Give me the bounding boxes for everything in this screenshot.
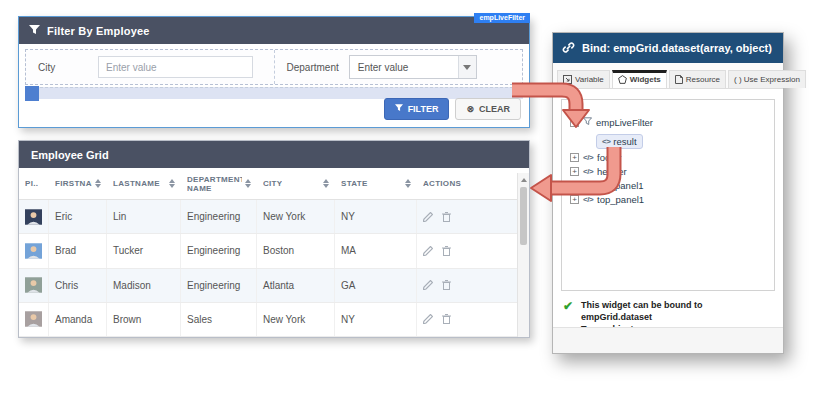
cell-city: New York bbox=[257, 200, 335, 233]
column-header-department[interactable]: DEPARTMENT NAME bbox=[181, 168, 257, 199]
filter-button[interactable]: FILTER bbox=[384, 98, 450, 120]
employee-avatar bbox=[25, 275, 42, 295]
table-body: Eric Lin Engineering New York NY Brad Tu… bbox=[19, 200, 529, 337]
cell-lastname: Madison bbox=[107, 269, 181, 302]
department-field-group: Department Enter value bbox=[275, 50, 523, 84]
cell-department: Engineering bbox=[181, 234, 257, 267]
chevron-down-icon bbox=[458, 56, 476, 78]
tree-item-result[interactable]: <> result bbox=[596, 134, 643, 149]
tab-widgets[interactable]: Widgets bbox=[612, 70, 667, 88]
delete-button[interactable] bbox=[442, 280, 451, 290]
tree-item-result-wrap: <> result bbox=[596, 130, 766, 149]
tree-item-top-panel1[interactable]: + </> top_panel1 bbox=[570, 193, 766, 206]
link-icon bbox=[562, 41, 575, 56]
cell-lastname: Brown bbox=[107, 303, 181, 336]
cell-department: Sales bbox=[181, 303, 257, 336]
delete-button[interactable] bbox=[442, 246, 451, 256]
expand-icon[interactable]: + bbox=[570, 153, 579, 162]
collapse-icon[interactable]: - bbox=[570, 118, 579, 127]
column-header-firstname[interactable]: FIRSTNAME bbox=[49, 168, 107, 199]
tree-item-footer[interactable]: + </> footer bbox=[570, 151, 766, 164]
cell-lastname: Tucker bbox=[107, 234, 181, 267]
cell-lastname: Lin bbox=[107, 200, 181, 233]
filter-fields-row: City Department Enter value bbox=[25, 49, 523, 85]
table-row[interactable]: Brad Tucker Engineering Boston MA bbox=[19, 234, 529, 268]
scrollbar-thumb[interactable] bbox=[520, 187, 527, 245]
filter-panel-header: Filter By Employee bbox=[19, 17, 529, 44]
code-icon: </> bbox=[583, 167, 593, 176]
code-icon: <> bbox=[602, 137, 610, 146]
filter-funnel-icon bbox=[395, 104, 403, 114]
filter-panel-title: Filter By Employee bbox=[47, 25, 150, 37]
cell-state: NY bbox=[335, 303, 417, 336]
cell-city: Boston bbox=[257, 234, 335, 267]
code-icon: </> bbox=[583, 195, 593, 204]
filter-funnel-icon bbox=[29, 25, 40, 37]
cell-city: Atlanta bbox=[257, 269, 335, 302]
edit-button[interactable] bbox=[423, 280, 433, 290]
bind-dialog-title: Bind: empGrid.dataset(array, object) bbox=[582, 42, 772, 54]
bind-dialog: Bind: empGrid.dataset(array, object) Var… bbox=[552, 32, 784, 354]
sort-icon[interactable] bbox=[242, 176, 251, 191]
expand-icon[interactable]: + bbox=[570, 181, 579, 190]
drag-handle[interactable] bbox=[25, 86, 39, 101]
tab-variable[interactable]: Variable bbox=[557, 70, 610, 88]
cell-firstname: Amanda bbox=[49, 303, 107, 336]
cell-city: New York bbox=[257, 303, 335, 336]
edit-button[interactable] bbox=[423, 314, 433, 324]
filter-actions-row: FILTER ⊗ CLEAR bbox=[384, 98, 521, 120]
employee-avatar bbox=[25, 241, 42, 261]
edit-button[interactable] bbox=[423, 246, 433, 256]
delete-button[interactable] bbox=[442, 314, 451, 324]
department-select-value: Enter value bbox=[358, 62, 409, 73]
department-label: Department bbox=[287, 62, 339, 73]
widgets-tree: - empLiveFilter <> result + </> footer +… bbox=[561, 99, 775, 291]
column-header-actions: ACTIONS bbox=[417, 168, 529, 199]
tab-use-expression[interactable]: ( ) Use Expression bbox=[728, 70, 806, 88]
column-header-state[interactable]: STATE bbox=[335, 168, 417, 199]
scroll-up-button[interactable] bbox=[518, 173, 529, 186]
widgets-icon bbox=[618, 75, 627, 84]
bind-dialog-header: Bind: empGrid.dataset(array, object) bbox=[553, 33, 783, 63]
variable-icon bbox=[563, 75, 572, 84]
employee-grid-panel: Employee Grid PI.. FIRSTNAME LASTNAME DE… bbox=[18, 140, 530, 338]
column-header-lastname[interactable]: LASTNAME bbox=[107, 168, 181, 199]
tree-item-header[interactable]: + </> header bbox=[570, 165, 766, 178]
column-header-picture[interactable]: PI.. bbox=[19, 168, 49, 199]
filter-panel-body: City Department Enter value bbox=[19, 44, 529, 127]
sort-icon[interactable] bbox=[320, 176, 329, 191]
expand-icon[interactable]: + bbox=[570, 167, 579, 176]
tab-resource[interactable]: Resource bbox=[669, 70, 726, 88]
code-icon: </> bbox=[583, 181, 593, 190]
employee-avatar bbox=[25, 207, 42, 227]
city-input[interactable] bbox=[98, 56, 253, 78]
sort-icon[interactable] bbox=[166, 176, 175, 191]
city-field-group: City bbox=[26, 50, 275, 84]
tree-item-left-panel1[interactable]: + </> left_panel1 bbox=[570, 179, 766, 192]
table-row[interactable]: Chris Madison Engineering Atlanta GA bbox=[19, 269, 529, 303]
bind-status-message: ✔ This widget can be bound to empGrid.da… bbox=[553, 295, 783, 329]
clear-button[interactable]: ⊗ CLEAR bbox=[455, 98, 521, 120]
sort-icon[interactable] bbox=[402, 176, 411, 191]
tree-item-empLiveFilter[interactable]: - empLiveFilter bbox=[570, 116, 766, 129]
resource-icon bbox=[675, 75, 683, 84]
delete-button[interactable] bbox=[442, 212, 451, 222]
filter-by-employee-panel: empLiveFilter Filter By Employee City De… bbox=[18, 16, 530, 128]
cell-department: Engineering bbox=[181, 200, 257, 233]
table-row[interactable]: Eric Lin Engineering New York NY bbox=[19, 200, 529, 234]
column-header-city[interactable]: CITY bbox=[257, 168, 335, 199]
clear-icon: ⊗ bbox=[466, 104, 474, 114]
expand-icon[interactable]: + bbox=[570, 195, 579, 204]
city-label: City bbox=[38, 62, 88, 73]
table-row[interactable]: Amanda Brown Sales New York NY bbox=[19, 303, 529, 337]
cell-firstname: Eric bbox=[49, 200, 107, 233]
check-icon: ✔ bbox=[563, 299, 573, 329]
table-header-row: PI.. FIRSTNAME LASTNAME DEPARTMENT NAME … bbox=[19, 168, 529, 200]
edit-button[interactable] bbox=[423, 212, 433, 222]
cell-department: Engineering bbox=[181, 269, 257, 302]
sort-icon[interactable] bbox=[92, 176, 101, 191]
department-select[interactable]: Enter value bbox=[349, 55, 477, 79]
grid-panel-title: Employee Grid bbox=[31, 149, 109, 161]
table-scrollbar[interactable] bbox=[517, 173, 529, 337]
grid-panel-header: Employee Grid bbox=[19, 141, 529, 168]
